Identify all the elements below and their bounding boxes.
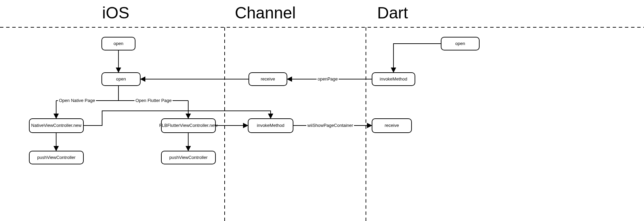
node-ios-open-mid: open (101, 72, 141, 86)
section-title-channel: Channel (235, 3, 296, 22)
node-ios-open-top: open (101, 37, 135, 50)
edge-label-open-page: openPage (317, 76, 339, 82)
section-title-ios: iOS (102, 3, 129, 22)
node-dart-open: open (441, 37, 480, 50)
edge-label-wii-show: wiiShowPageContainer (306, 123, 354, 128)
node-push-vc-right: pushViewController (161, 151, 216, 164)
node-dart-invoke: invokeMethod (372, 72, 415, 86)
section-title-dart: Dart (377, 3, 408, 22)
edge-label-open-flutter: Open Flutter Page (134, 98, 173, 103)
node-flb-vc-new: FLBFlutterViewController.new (161, 118, 216, 133)
node-push-vc-left: pushViewController (29, 151, 84, 164)
edge-label-open-native: Open Native Page (58, 98, 96, 103)
node-channel-receive: receive (248, 72, 287, 86)
node-native-vc-new: NativeViewController.new (29, 118, 84, 133)
connectors-svg (0, 0, 644, 221)
node-channel-invoke: invokeMethod (248, 118, 293, 133)
diagram-canvas: iOS Channel Dart (0, 0, 644, 221)
node-dart-receive: receive (372, 118, 412, 133)
